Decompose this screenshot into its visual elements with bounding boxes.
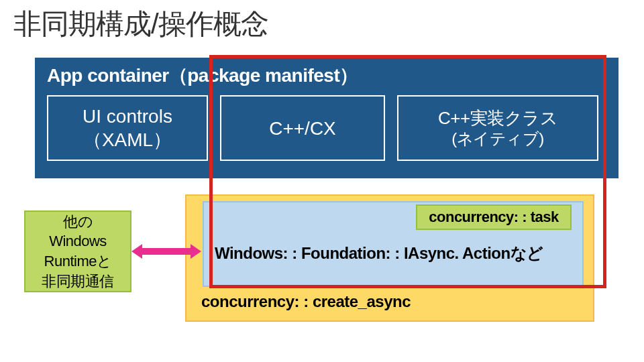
cpp-impl-box: C++実装クラス (ネイティブ) — [397, 95, 598, 161]
app-container-label: App container（package manifest） — [47, 63, 606, 88]
other-windows-runtime-text: 他の Windows Runtimeと 非同期通信 — [42, 212, 114, 292]
bidirectional-arrow — [131, 244, 201, 259]
app-container-row: UI controls （XAML） C++/CX C++実装クラス (ネイティ… — [47, 95, 606, 161]
ui-controls-box: UI controls （XAML） — [47, 95, 208, 161]
cpp-impl-line2: (ネイティブ) — [451, 129, 543, 149]
create-async-label: concurrency: : create_async — [201, 292, 411, 311]
cpp-cx-box: C++/CX — [220, 95, 385, 161]
iasync-label: Windows: : Foundation: : IAsync. Actionな… — [215, 243, 604, 264]
ui-controls-line2: （XAML） — [83, 128, 172, 152]
other-windows-runtime-box: 他の Windows Runtimeと 非同期通信 — [24, 210, 131, 292]
cpp-cx-label: C++/CX — [269, 117, 336, 140]
slide-title: 非同期構成/操作概念 — [0, 0, 644, 46]
app-container-box: App container（package manifest） UI contr… — [35, 58, 619, 178]
concurrency-task-box: concurrency: : task — [416, 204, 572, 230]
ui-controls-line1: UI controls — [83, 105, 172, 128]
cpp-impl-line1: C++実装クラス — [438, 107, 557, 129]
